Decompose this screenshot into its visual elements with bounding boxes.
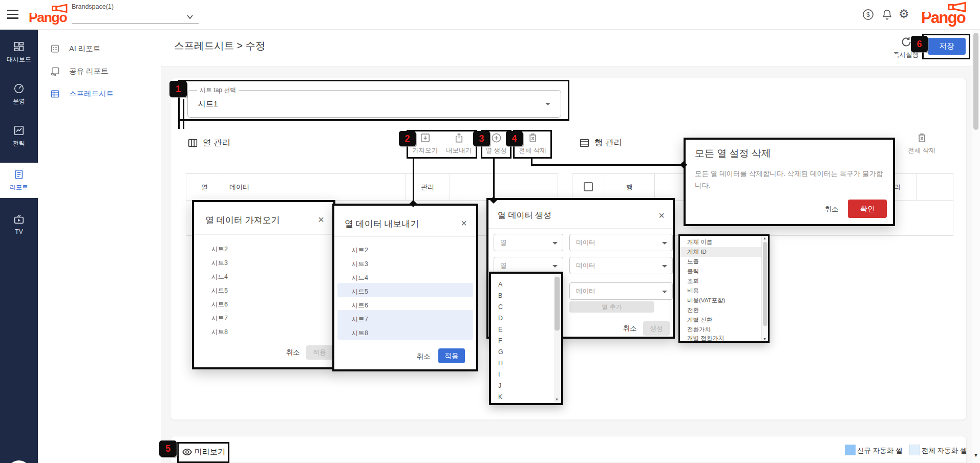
column-option[interactable]: C bbox=[498, 303, 503, 311]
row-header-row: 행 bbox=[605, 174, 654, 200]
column-select[interactable]: 열 bbox=[494, 234, 563, 251]
delete-all-rows-button[interactable]: 전체 삭제 bbox=[902, 132, 941, 155]
sidebar-item-spreadsheet[interactable]: 스프레드시트 bbox=[50, 89, 114, 99]
sidebar-item-ai-report[interactable]: AI 리포트 bbox=[50, 44, 100, 54]
app-root: Pango Brandspace(1) $ ⚙ Pango bbox=[0, 0, 980, 463]
annotation-badge-2: 2 bbox=[399, 131, 416, 146]
notifications-bell-icon[interactable] bbox=[881, 9, 893, 20]
column-option[interactable]: D bbox=[498, 315, 503, 322]
export-button[interactable]: 내보내기 bbox=[443, 132, 474, 155]
sheet-option[interactable]: 시트3 bbox=[352, 260, 368, 269]
data-select[interactable]: 데이터 bbox=[569, 234, 673, 251]
data-option[interactable]: 클릭 bbox=[687, 268, 699, 275]
scrollbar-thumb[interactable] bbox=[973, 33, 978, 130]
column-option[interactable]: B bbox=[498, 292, 502, 299]
sheet-option[interactable]: 시트2 bbox=[211, 245, 228, 254]
spreadsheet-icon bbox=[50, 89, 60, 99]
save-button[interactable]: 저장 bbox=[928, 38, 966, 55]
row-management-title: 행 관리 bbox=[579, 137, 622, 148]
cancel-button[interactable]: 취소 bbox=[284, 347, 302, 358]
column-management-title: 열 관리 bbox=[187, 137, 230, 148]
assistant-avatar[interactable] bbox=[7, 460, 31, 463]
secondary-sidebar: AI 리포트 공유 리포트 스프레드시트 bbox=[38, 30, 161, 463]
cancel-button[interactable]: 취소 bbox=[621, 323, 639, 334]
columns-icon bbox=[187, 138, 198, 148]
sheet-tab-select[interactable]: 시트 tap 선택 시트1 bbox=[187, 90, 561, 118]
cancel-button[interactable]: 취소 bbox=[414, 351, 433, 362]
data-option[interactable]: 개별 전환 bbox=[687, 316, 712, 324]
column-header-data: 데이터 bbox=[229, 174, 249, 200]
create-button-disabled[interactable]: 생성 bbox=[643, 321, 670, 336]
annotation-badge-5: 5 bbox=[159, 440, 177, 457]
apply-button-disabled[interactable]: 적용 bbox=[306, 345, 333, 360]
sidebar-item-strategy[interactable]: 전략 bbox=[0, 125, 38, 148]
legend-swatch-new-auto-cell bbox=[845, 445, 856, 455]
close-icon[interactable]: × bbox=[318, 214, 324, 225]
data-option[interactable]: 전환가치 bbox=[687, 326, 711, 334]
scroll-down-icon[interactable]: ▼ bbox=[973, 452, 978, 458]
sidebar-item-operations[interactable]: 운영 bbox=[0, 83, 38, 106]
sheet-option[interactable]: 시트4 bbox=[211, 273, 228, 281]
close-icon[interactable]: × bbox=[461, 218, 467, 228]
column-option[interactable]: F bbox=[498, 337, 502, 344]
column-option[interactable]: K bbox=[498, 393, 502, 401]
sidebar-item-report[interactable]: 리포트 bbox=[0, 163, 38, 198]
data-option[interactable]: 비용(VAT포함) bbox=[687, 297, 725, 304]
billing-icon[interactable]: $ bbox=[862, 9, 874, 20]
data-option-highlighted[interactable]: 개체 ID bbox=[687, 248, 707, 256]
sheet-option[interactable]: 시트2 bbox=[352, 246, 368, 255]
sheet-option-selected[interactable]: 시트5 bbox=[352, 288, 368, 296]
sheet-option[interactable]: 시트6 bbox=[211, 300, 228, 309]
menu-icon[interactable] bbox=[7, 10, 18, 19]
preview-button[interactable]: 미리보기 bbox=[182, 447, 225, 457]
dropdown-scrollbar[interactable]: ▼ bbox=[554, 275, 560, 402]
scroll-down-icon[interactable]: ▼ bbox=[763, 337, 766, 341]
column-option[interactable]: J bbox=[498, 382, 501, 389]
confirm-button[interactable]: 확인 bbox=[848, 200, 887, 218]
column-option[interactable]: G bbox=[498, 348, 503, 356]
sheet-option[interactable]: 시트7 bbox=[211, 314, 228, 323]
sheet-option[interactable]: 시트5 bbox=[211, 286, 228, 295]
sidebar-item-dashboard[interactable]: 대시보드 bbox=[0, 41, 38, 64]
svg-text:Pango: Pango bbox=[921, 9, 966, 27]
chevron-down-icon bbox=[662, 265, 667, 268]
sheet-option[interactable]: 시트4 bbox=[352, 274, 368, 282]
sheet-option-selected[interactable]: 시트8 bbox=[352, 329, 368, 338]
data-option[interactable]: 개체 이름 bbox=[687, 238, 712, 246]
sidebar-item-shared-report[interactable]: 공유 리포트 bbox=[50, 67, 109, 76]
data-option[interactable]: 노출 bbox=[687, 258, 699, 266]
data-options-dropdown: 개체 이름 개체 ID 노출 클릭 조회 비용 비용(VAT포함) 전환 개별 … bbox=[678, 234, 770, 343]
data-option[interactable]: 전환 bbox=[687, 306, 699, 314]
column-option[interactable]: I bbox=[498, 371, 500, 378]
sheet-option[interactable]: 시트6 bbox=[352, 301, 368, 310]
data-option[interactable]: 개별 전환가치 bbox=[687, 335, 724, 342]
brandspace-select[interactable] bbox=[72, 11, 199, 24]
select-all-checkbox[interactable] bbox=[584, 182, 593, 191]
close-icon[interactable]: × bbox=[658, 210, 665, 221]
data-option[interactable]: 조회 bbox=[687, 277, 699, 285]
cancel-button[interactable]: 취소 bbox=[821, 203, 842, 215]
ai-report-icon bbox=[50, 44, 60, 54]
add-column-button-disabled[interactable]: 열 추가 bbox=[569, 301, 654, 313]
settings-gear-icon[interactable]: ⚙ bbox=[899, 7, 909, 21]
top-bar: Pango Brandspace(1) $ ⚙ Pango bbox=[0, 0, 980, 30]
sheet-option-selected[interactable]: 시트7 bbox=[352, 315, 368, 324]
scroll-down-icon[interactable]: ▼ bbox=[555, 398, 559, 401]
legend-label: 전체 자동화 셀 bbox=[922, 446, 967, 455]
data-select[interactable]: 데이터 bbox=[569, 257, 673, 274]
dropdown-scrollbar[interactable]: ▲ ▼ bbox=[761, 236, 768, 341]
column-option[interactable]: H bbox=[498, 360, 503, 367]
eye-icon bbox=[182, 448, 193, 456]
apply-button[interactable]: 적용 bbox=[438, 348, 465, 363]
sidebar-item-tv[interactable]: TV bbox=[0, 214, 38, 235]
data-select[interactable]: 데이터 bbox=[569, 282, 673, 300]
column-option[interactable]: A bbox=[498, 281, 502, 288]
primary-sidebar: 대시보드 운영 전략 리포트 TV bbox=[0, 30, 38, 463]
annotation-badge-6: 6 bbox=[911, 36, 928, 52]
sheet-option[interactable]: 시트3 bbox=[211, 259, 228, 268]
data-option[interactable]: 비용 bbox=[687, 287, 699, 295]
column-option[interactable]: E bbox=[498, 326, 502, 333]
sheet-option[interactable]: 시트8 bbox=[211, 328, 228, 337]
page-header bbox=[161, 30, 972, 67]
scroll-up-icon[interactable]: ▲ bbox=[763, 236, 766, 240]
